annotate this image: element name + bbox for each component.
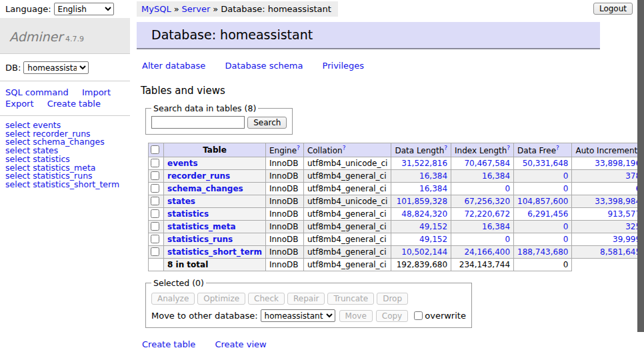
- move-button[interactable]: Move: [339, 310, 373, 322]
- sidebar-action-export[interactable]: Export: [5, 99, 34, 109]
- collation-cell: utf8mb4_general_ci: [303, 246, 391, 259]
- index-length-link-schema-changes[interactable]: 0: [505, 184, 510, 193]
- row-checkbox-statistics-runs[interactable]: [151, 235, 159, 243]
- table-name-link-statistics-runs[interactable]: statistics_runs: [167, 235, 233, 244]
- auto-increment-link-statistics-runs[interactable]: 39,999: [613, 235, 641, 244]
- row-checkbox-cell: [149, 195, 164, 208]
- data-free-link-statistics[interactable]: 6,291,456: [527, 209, 568, 219]
- nav-link-database-schema[interactable]: Database schema: [225, 61, 303, 71]
- index-length-link-events[interactable]: 70,467,584: [464, 159, 510, 168]
- sidebar-actions: SQL command Import Export Create table: [0, 81, 130, 115]
- index-length-link-statistics-short-term[interactable]: 24,166,400: [464, 247, 510, 257]
- select-link-statistics-short-term[interactable]: select: [5, 179, 30, 189]
- optimize-button[interactable]: Optimize: [197, 293, 245, 305]
- data-free-link-states[interactable]: 104,857,600: [517, 197, 568, 206]
- table-name-link-recorder-runs[interactable]: recorder_runs: [167, 171, 230, 181]
- data-length-link-statistics-runs[interactable]: 49,152: [419, 235, 447, 244]
- data-free-link-statistics-short-term[interactable]: 188,743,680: [517, 247, 568, 257]
- search-button[interactable]: Search: [247, 117, 287, 129]
- search-input[interactable]: [151, 116, 245, 129]
- table-name-cell: states: [164, 195, 266, 208]
- row-checkbox-statistics-short-term[interactable]: [151, 247, 159, 256]
- sidebar-action-sql-command[interactable]: SQL command: [5, 87, 69, 97]
- table-name-link-schema-changes[interactable]: schema_changes: [167, 184, 243, 193]
- nav-link-privileges[interactable]: Privileges: [323, 61, 365, 71]
- row-checkbox-events[interactable]: [151, 159, 159, 167]
- drop-button[interactable]: Drop: [377, 293, 408, 305]
- create-links-row: Create table Create view: [142, 339, 637, 349]
- table-link-statistics-short-term[interactable]: statistics_short_term: [33, 179, 119, 189]
- data-length-cell: 31,522,816: [391, 157, 451, 170]
- row-checkbox-schema-changes[interactable]: [151, 184, 159, 193]
- db-label: DB:: [5, 63, 21, 73]
- breadcrumb-item-mysql[interactable]: MySQL: [141, 4, 171, 14]
- vertical-scrollbar[interactable]: [637, 0, 644, 362]
- index-length-link-states[interactable]: 67,256,320: [464, 197, 510, 206]
- logout-button[interactable]: Logout: [593, 3, 633, 15]
- help-link-index-length[interactable]: ?: [507, 145, 510, 151]
- link-create-view[interactable]: Create view: [215, 339, 266, 349]
- table-name-link-statistics[interactable]: statistics: [167, 209, 209, 219]
- breadcrumb-item-server[interactable]: Server: [182, 4, 211, 14]
- row-checkbox-cell: [149, 170, 164, 183]
- table-name-link-states[interactable]: states: [167, 197, 195, 206]
- help-link-engine[interactable]: ?: [297, 145, 300, 151]
- check-button[interactable]: Check: [248, 293, 285, 305]
- data-length-link-recorder-runs[interactable]: 16,384: [419, 171, 447, 181]
- sidebar-action-import[interactable]: Import: [82, 87, 111, 97]
- sidebar-action-create-table[interactable]: Create table: [47, 99, 101, 109]
- auto-increment-link-states[interactable]: 33,398,984: [595, 197, 641, 206]
- copy-button[interactable]: Copy: [376, 310, 408, 322]
- help-link-data-free[interactable]: ?: [556, 145, 559, 151]
- data-free-link-events[interactable]: 50,331,648: [523, 159, 569, 168]
- auto-increment-link-events[interactable]: 33,898,196: [595, 159, 641, 168]
- row-checkbox-statistics[interactable]: [151, 209, 159, 218]
- data-free-link-schema-changes[interactable]: 0: [563, 184, 569, 193]
- auto-increment-cell: 33,898,196: [572, 157, 644, 170]
- analyze-button[interactable]: Analyze: [151, 293, 195, 305]
- select-all-checkbox[interactable]: [151, 145, 159, 154]
- index-length-link-statistics-meta[interactable]: 16,384: [482, 222, 510, 231]
- help-link-data-length[interactable]: ?: [444, 145, 447, 151]
- language-select[interactable]: English: [54, 3, 114, 15]
- auto-increment-link-statistics-short-term[interactable]: 8,581,645: [600, 247, 641, 257]
- index-length-link-statistics-runs[interactable]: 0: [505, 235, 510, 244]
- table-name-cell: statistics_meta: [164, 221, 266, 233]
- index-length-link-recorder-runs[interactable]: 16,384: [482, 171, 510, 181]
- data-free-cell: 104,857,600: [514, 195, 572, 208]
- total-collation: utf8mb4_general_ci: [303, 259, 391, 271]
- data-length-cell: 48,824,320: [391, 208, 451, 221]
- link-create-table[interactable]: Create table: [142, 339, 195, 349]
- data-length-link-statistics[interactable]: 48,824,320: [401, 209, 447, 219]
- data-length-link-statistics-short-term[interactable]: 10,502,144: [401, 247, 447, 257]
- sidebar-tables-list: select eventsselect recorder_runsselect …: [0, 121, 130, 189]
- data-length-link-statistics-meta[interactable]: 49,152: [419, 222, 447, 231]
- row-checkbox-cell: [149, 246, 164, 259]
- table-row-statistics-meta: statistics_metaInnoDButf8mb4_general_ci4…: [149, 221, 644, 233]
- overwrite-checkbox[interactable]: [414, 311, 423, 320]
- column-header-index-length: Index Length?: [451, 143, 514, 157]
- db-select[interactable]: homeassistant: [23, 61, 89, 74]
- data-length-link-events[interactable]: 31,522,816: [401, 159, 447, 168]
- help-link-collation[interactable]: ?: [343, 145, 346, 151]
- row-checkbox-states[interactable]: [151, 197, 159, 205]
- table-name-link-statistics-meta[interactable]: statistics_meta: [167, 222, 236, 231]
- data-length-link-states[interactable]: 101,859,328: [397, 197, 447, 206]
- index-length-link-statistics[interactable]: 72,220,672: [464, 209, 510, 219]
- data-free-link-statistics-runs[interactable]: 0: [563, 235, 569, 244]
- data-free-link-recorder-runs[interactable]: 0: [563, 171, 569, 181]
- auto-increment-link-statistics[interactable]: 913,577: [607, 209, 641, 219]
- breadcrumb-item-database-homeassistant: Database: homeassistant: [221, 4, 331, 14]
- data-length-link-schema-changes[interactable]: 16,384: [419, 184, 447, 193]
- scrollbar-thumb[interactable]: [637, 0, 644, 332]
- row-checkbox-recorder-runs[interactable]: [151, 171, 159, 180]
- total-label: 8 in total: [164, 259, 266, 271]
- move-db-select[interactable]: homeassistant: [261, 309, 335, 322]
- repair-button[interactable]: Repair: [287, 293, 325, 305]
- data-free-link-statistics-meta[interactable]: 0: [563, 222, 569, 231]
- row-checkbox-statistics-meta[interactable]: [151, 222, 159, 231]
- table-name-link-statistics-short-term[interactable]: statistics_short_term: [167, 247, 262, 257]
- truncate-button[interactable]: Truncate: [327, 293, 374, 305]
- nav-link-alter-database[interactable]: Alter database: [142, 61, 205, 71]
- table-name-link-events[interactable]: events: [167, 159, 198, 168]
